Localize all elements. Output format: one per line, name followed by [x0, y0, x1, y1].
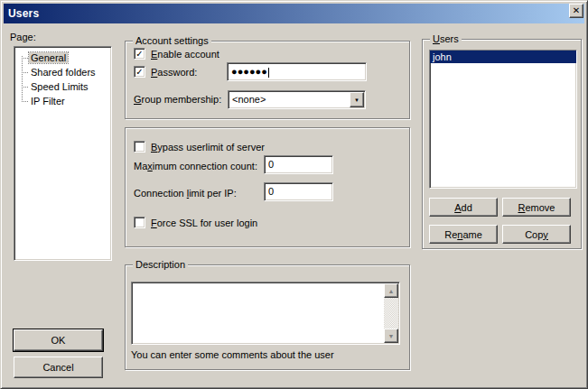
- bypass-userlimit-checkbox[interactable]: Bypass userlimit of server: [134, 141, 265, 153]
- tree-item-speed-limits[interactable]: Speed Limits: [14, 79, 111, 94]
- vertical-scrollbar[interactable]: ▲ ▼: [384, 283, 398, 343]
- description-hint: You can enter some comments about the us…: [131, 349, 334, 360]
- page-tree[interactable]: General Shared folders Speed Limits IP F…: [14, 46, 112, 261]
- connection-limit-label: Connection limit per IP:: [134, 188, 237, 199]
- checkbox-unchecked-icon[interactable]: [134, 217, 145, 228]
- force-ssl-checkbox[interactable]: Force SSL for user login: [134, 217, 257, 228]
- password-input[interactable]: ●●●●●●: [227, 62, 367, 81]
- description-textarea[interactable]: ▲ ▼: [131, 282, 400, 345]
- title-bar[interactable]: Users: [4, 4, 584, 23]
- account-settings-group: Account settings ✓ Enable account ✓ Pass…: [125, 41, 410, 119]
- checkbox-checked-icon[interactable]: ✓: [134, 66, 145, 78]
- users-group-title: Users: [430, 33, 462, 44]
- group-membership-dropdown[interactable]: <none> ▼: [228, 90, 366, 109]
- ok-button[interactable]: OK: [14, 329, 103, 351]
- limits-group: Bypass userlimit of server Maximum conne…: [125, 127, 410, 247]
- page-label: Page:: [10, 32, 36, 42]
- text-caret: [268, 68, 269, 78]
- copy-button[interactable]: Copy: [502, 225, 571, 244]
- arrow-down-icon: ▼: [388, 333, 395, 339]
- password-checkbox[interactable]: ✓ Password:: [134, 66, 197, 78]
- checkbox-unchecked-icon[interactable]: [134, 141, 145, 153]
- cancel-button[interactable]: Cancel: [14, 357, 103, 378]
- add-button[interactable]: Add: [429, 198, 498, 217]
- tree-item-ip-filter[interactable]: IP Filter: [14, 94, 111, 108]
- description-group: Description ▲ ▼ You can enter some comme…: [125, 264, 410, 370]
- users-dialog: Users ✕ Page: General Shared folders Spe…: [0, 0, 588, 389]
- dropdown-button[interactable]: ▼: [350, 92, 364, 107]
- users-listbox[interactable]: john: [429, 50, 577, 189]
- users-group: Users john Add Remove Rename Copy: [422, 39, 582, 249]
- tree-item-shared-folders[interactable]: Shared folders: [14, 65, 111, 79]
- dropdown-value: <none>: [232, 94, 266, 105]
- remove-button[interactable]: Remove: [502, 198, 571, 217]
- scroll-up-button[interactable]: ▲: [384, 283, 398, 298]
- max-connection-label: Maximum connection count:: [134, 161, 257, 171]
- rename-button[interactable]: Rename: [429, 225, 498, 244]
- user-list-item[interactable]: john: [430, 51, 576, 63]
- account-settings-title: Account settings: [133, 35, 211, 46]
- window-title: Users: [8, 7, 39, 20]
- group-membership-label: Group membership:: [134, 94, 221, 105]
- max-connection-input[interactable]: 0: [264, 155, 333, 174]
- close-icon: ✕: [573, 6, 580, 15]
- arrow-up-icon: ▲: [388, 288, 395, 294]
- scroll-down-button[interactable]: ▼: [384, 329, 398, 343]
- description-title: Description: [133, 259, 188, 270]
- close-button[interactable]: ✕: [569, 4, 583, 18]
- connection-limit-input[interactable]: 0: [264, 182, 333, 201]
- checkbox-checked-icon[interactable]: ✓: [134, 48, 145, 60]
- tree-item-general[interactable]: General: [14, 51, 111, 65]
- chevron-down-icon: ▼: [354, 97, 359, 103]
- enable-account-checkbox[interactable]: ✓ Enable account: [134, 48, 219, 60]
